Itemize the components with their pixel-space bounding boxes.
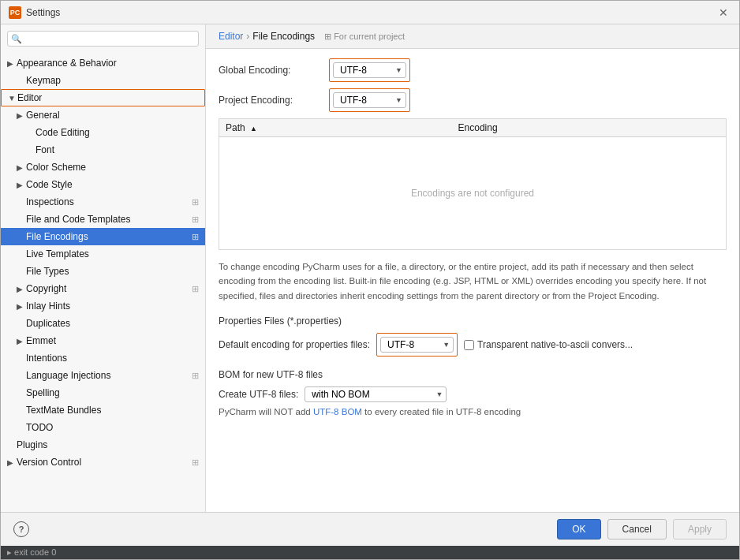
search-input[interactable] xyxy=(7,31,199,47)
sidebar-item-general[interactable]: ▶ General xyxy=(1,106,205,124)
sidebar-item-font[interactable]: Font xyxy=(1,141,205,159)
sidebar-item-label: Language Injections xyxy=(26,370,192,381)
bom-note-suffix: to every created file in UTF-8 encoding xyxy=(362,407,521,416)
sidebar-item-label: Duplicates xyxy=(26,318,199,329)
sidebar-tree: ▶ Appearance & Behavior Keymap ▼ Editor … xyxy=(1,53,205,512)
panel-header: Editor › File Encodings ⊞ For current pr… xyxy=(206,24,739,49)
cancel-button[interactable]: Cancel xyxy=(607,519,667,539)
sidebar-item-label: Intentions xyxy=(26,353,199,364)
col-path-label: Path xyxy=(226,122,245,133)
sidebar-item-code-editing[interactable]: Code Editing xyxy=(1,124,205,141)
sidebar-item-label: Code Style xyxy=(26,179,199,190)
properties-encoding-select-wrapper: UTF-8 UTF-16 ISO-8859-1 ▼ xyxy=(380,337,454,353)
table-col-path: Path ▲ xyxy=(219,119,452,137)
sidebar-item-language-injections[interactable]: Language Injections ⊞ xyxy=(1,367,205,384)
transparent-checkbox[interactable] xyxy=(464,340,474,350)
sidebar-item-textmate-bundles[interactable]: TextMate Bundles xyxy=(1,401,205,419)
transparent-checkbox-wrapper: Transparent native-to-ascii convers... xyxy=(464,339,633,350)
sidebar-item-todo[interactable]: TODO xyxy=(1,419,205,436)
sidebar-item-label: Emmet xyxy=(26,335,199,346)
breadcrumb-editor[interactable]: Editor xyxy=(219,31,243,42)
global-encoding-select[interactable]: UTF-8 UTF-16 ISO-8859-1 xyxy=(333,62,406,78)
sidebar-item-inspections[interactable]: Inspections ⊞ xyxy=(1,193,205,211)
panel-body: Global Encoding: UTF-8 UTF-16 ISO-8859-1… xyxy=(206,49,739,512)
sidebar-item-duplicates[interactable]: Duplicates xyxy=(1,315,205,332)
sidebar-item-label: TextMate Bundles xyxy=(26,405,199,416)
create-utf8-label: Create UTF-8 files: xyxy=(219,389,298,400)
chevron-right-icon: ▶ xyxy=(17,111,26,120)
global-encoding-row: Global Encoding: UTF-8 UTF-16 ISO-8859-1… xyxy=(219,58,727,82)
sidebar-item-label: File Types xyxy=(26,266,199,277)
chevron-right-icon: ▶ xyxy=(17,285,26,293)
project-encoding-select-wrapper: UTF-8 UTF-16 ISO-8859-1 ▼ xyxy=(333,92,406,108)
close-button[interactable]: ✕ xyxy=(716,5,731,21)
breadcrumb-separator: › xyxy=(246,31,249,42)
bom-row: Create UTF-8 files: with NO BOM with BOM… xyxy=(219,386,727,402)
sidebar-item-label: Plugins xyxy=(17,439,199,450)
sidebar-item-spelling[interactable]: Spelling xyxy=(1,384,205,401)
chevron-right-icon: ▶ xyxy=(17,181,26,189)
apply-button[interactable]: Apply xyxy=(673,519,727,539)
bom-section-label: BOM for new UTF-8 files xyxy=(219,369,727,380)
properties-encoding-select[interactable]: UTF-8 UTF-16 ISO-8859-1 xyxy=(380,337,454,353)
sidebar-item-file-code-templates[interactable]: File and Code Templates ⊞ xyxy=(1,211,205,228)
sidebar-item-intentions[interactable]: Intentions xyxy=(1,349,205,367)
title-bar: PC Settings ✕ xyxy=(1,1,739,24)
project-encoding-label: Project Encoding: xyxy=(219,95,329,106)
sidebar-item-file-encodings[interactable]: File Encodings ⊞ xyxy=(1,228,205,245)
bom-note-link[interactable]: UTF-8 BOM xyxy=(313,407,362,416)
info-text: To change encoding PyCharm uses for a fi… xyxy=(219,259,727,303)
breadcrumb-current: File Encodings xyxy=(252,31,315,42)
bom-note: PyCharm will NOT add UTF-8 BOM to every … xyxy=(219,407,727,416)
ok-button[interactable]: OK xyxy=(557,519,600,539)
sidebar-item-label: File Encodings xyxy=(26,231,192,242)
settings-icon: ⊞ xyxy=(192,215,199,225)
sidebar-item-inlay-hints[interactable]: ▶ Inlay Hints xyxy=(1,297,205,315)
sidebar-item-label: Copyright xyxy=(26,283,192,294)
bom-select-wrapper: with NO BOM with BOM ▼ xyxy=(305,386,447,402)
chevron-right-icon: ▶ xyxy=(7,59,17,68)
for-project-label: ⊞ For current project xyxy=(324,32,405,42)
sidebar-item-label: TODO xyxy=(26,422,199,433)
sidebar-item-emmet[interactable]: ▶ Emmet xyxy=(1,332,205,349)
bom-select[interactable]: with NO BOM with BOM xyxy=(305,386,447,402)
sidebar-item-plugins[interactable]: Plugins xyxy=(1,436,205,454)
sidebar-item-label: Inspections xyxy=(26,196,192,207)
sidebar-item-label: Code Editing xyxy=(36,127,199,138)
sidebar-item-file-types[interactable]: File Types xyxy=(1,263,205,280)
sidebar-item-label: Spelling xyxy=(26,387,199,398)
help-button[interactable]: ? xyxy=(13,521,29,537)
col-encoding-label: Encoding xyxy=(458,122,498,133)
settings-window: PC Settings ✕ 🔍 ▶ Appearance & Behavior … xyxy=(0,0,740,560)
sidebar-item-copyright[interactable]: ▶ Copyright ⊞ xyxy=(1,280,205,297)
sidebar-item-live-templates[interactable]: Live Templates xyxy=(1,245,205,263)
settings-icon: ⊞ xyxy=(192,197,199,207)
sidebar-item-code-style[interactable]: ▶ Code Style xyxy=(1,176,205,193)
settings-icon: ⊞ xyxy=(192,284,199,294)
properties-encoding-highlight: UTF-8 UTF-16 ISO-8859-1 ▼ xyxy=(376,333,458,357)
sidebar-item-color-scheme[interactable]: ▶ Color Scheme xyxy=(1,159,205,176)
default-encoding-label: Default encoding for properties files: xyxy=(219,339,370,350)
project-encoding-highlight: UTF-8 UTF-16 ISO-8859-1 ▼ xyxy=(329,88,410,112)
sidebar-item-editor[interactable]: ▼ Editor xyxy=(1,89,205,106)
settings-icon: ⊞ xyxy=(192,371,199,381)
chevron-right-icon: ▶ xyxy=(17,163,26,172)
sidebar-item-version-control[interactable]: ▶ Version Control ⊞ xyxy=(1,454,205,471)
sidebar-item-label: Version Control xyxy=(17,457,192,468)
properties-section-label: Properties Files (*.properties) xyxy=(219,315,727,327)
sidebar-item-label: Inlay Hints xyxy=(26,301,199,312)
empty-msg-text: Encodings are not configured xyxy=(226,140,719,246)
sidebar-item-appearance[interactable]: ▶ Appearance & Behavior xyxy=(1,54,205,72)
chevron-right-icon: ▶ xyxy=(7,458,17,467)
sidebar-item-label: General xyxy=(26,110,199,121)
empty-table-message: Encodings are not configured xyxy=(219,137,727,250)
right-panel: Editor › File Encodings ⊞ For current pr… xyxy=(206,24,739,512)
project-encoding-select[interactable]: UTF-8 UTF-16 ISO-8859-1 xyxy=(333,92,406,108)
file-encoding-table: Path ▲ Encoding Encodings are not config… xyxy=(219,118,727,250)
search-box: 🔍 xyxy=(7,31,199,47)
sidebar-item-label: Keymap xyxy=(26,75,199,86)
sidebar-item-label: Editor xyxy=(17,92,198,103)
sidebar-item-keymap[interactable]: Keymap xyxy=(1,72,205,89)
settings-icon: ⊞ xyxy=(192,232,199,242)
sidebar-item-label: Font xyxy=(36,144,199,155)
